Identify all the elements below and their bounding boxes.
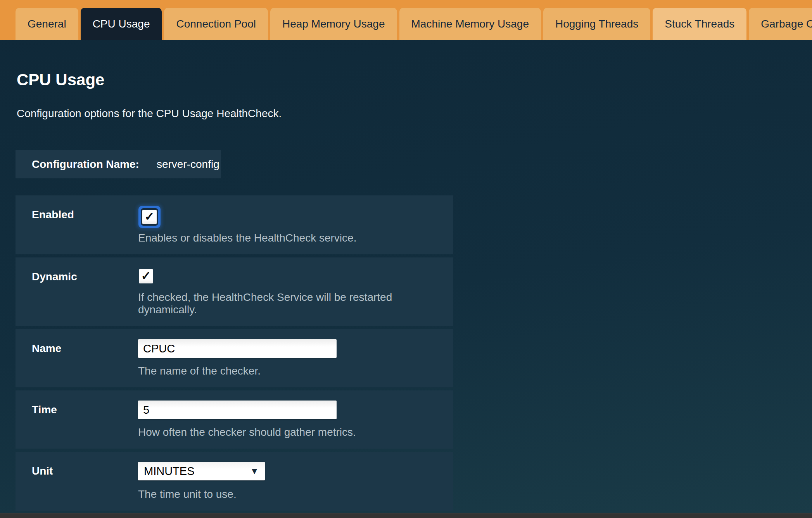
page-title: CPU Usage: [17, 72, 812, 88]
form-row-time: Time How often the checker should gather…: [16, 390, 453, 449]
tab-cpu-usage[interactable]: CPU Usage: [81, 8, 162, 40]
tab-stuck-threads[interactable]: Stuck Threads: [653, 8, 746, 40]
checkmark-icon: ✓: [145, 211, 155, 223]
configuration-name-value: server-config: [157, 158, 219, 171]
checkmark-icon: ✓: [141, 270, 151, 282]
tab-hogging-threads[interactable]: Hogging Threads: [543, 8, 650, 40]
form-row-dynamic: Dynamic ✓ If checked, the HealthCheck Se…: [16, 257, 453, 326]
tab-connection-pool[interactable]: Connection Pool: [164, 8, 268, 40]
tab-machine-memory-usage[interactable]: Machine Memory Usage: [399, 8, 541, 40]
dynamic-control: ✓ If checked, the HealthCheck Service wi…: [138, 268, 453, 316]
tab-garbage-collector[interactable]: Garbage Collector: [749, 8, 812, 40]
unit-help: The time unit to use.: [138, 488, 453, 501]
chevron-down-icon: ▼: [250, 466, 259, 477]
tab-general[interactable]: General: [16, 8, 78, 40]
time-help: How often the checker should gather metr…: [138, 426, 453, 439]
unit-select[interactable]: MINUTES ▼: [138, 462, 265, 480]
enabled-label: Enabled: [32, 205, 138, 244]
form-row-unit: Unit MINUTES ▼ The time unit to use.: [16, 452, 453, 511]
form-row-name: Name The name of the checker.: [16, 329, 453, 387]
enabled-control: ✓ Enables or disables the HealthCheck se…: [138, 205, 453, 244]
dynamic-checkbox[interactable]: ✓: [139, 269, 153, 283]
tab-bar: General CPU Usage Connection Pool Heap M…: [0, 0, 812, 40]
configuration-name-box: Configuration Name: server-config: [16, 150, 221, 178]
main-content: CPU Usage Configuration options for the …: [0, 72, 812, 518]
unit-control: MINUTES ▼ The time unit to use.: [138, 462, 453, 501]
name-input[interactable]: [138, 339, 337, 358]
name-control: The name of the checker.: [138, 339, 453, 377]
time-input[interactable]: [138, 401, 337, 419]
dynamic-help: If checked, the HealthCheck Service will…: [138, 291, 453, 316]
unit-label: Unit: [32, 462, 138, 501]
horizontal-scrollbar[interactable]: [0, 513, 812, 518]
healthcheck-form: Enabled ✓ Enables or disables the Health…: [16, 195, 453, 518]
dynamic-label: Dynamic: [32, 268, 138, 316]
unit-select-value: MINUTES: [144, 465, 195, 478]
enabled-checkbox[interactable]: ✓: [142, 210, 157, 224]
tab-heap-memory-usage[interactable]: Heap Memory Usage: [270, 8, 397, 40]
time-label: Time: [32, 401, 138, 439]
time-control: How often the checker should gather metr…: [138, 401, 453, 439]
configuration-name-label: Configuration Name:: [32, 158, 139, 171]
form-row-enabled: Enabled ✓ Enables or disables the Health…: [16, 195, 453, 254]
name-help: The name of the checker.: [138, 365, 453, 377]
page-subtitle: Configuration options for the CPU Usage …: [17, 107, 812, 120]
name-label: Name: [32, 339, 138, 377]
enabled-help: Enables or disables the HealthCheck serv…: [138, 232, 453, 244]
